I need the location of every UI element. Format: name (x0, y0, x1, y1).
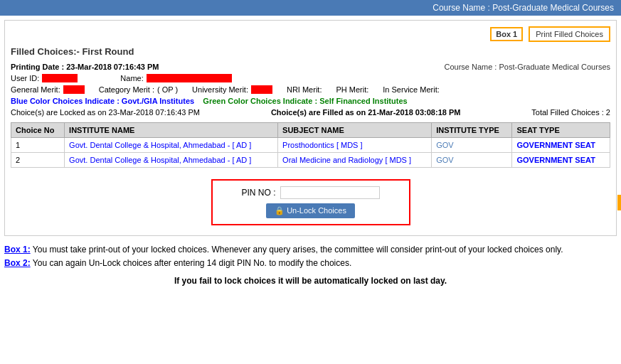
name-item: Name: (120, 74, 231, 82)
university-merit-value (251, 85, 272, 94)
col-institute-type: INSTITUTE TYPE (432, 123, 512, 138)
university-merit-label: University Merit: (192, 85, 248, 94)
color-legend: Blue Color Choices Indicate : Govt./GIA … (11, 97, 610, 105)
cell-choice-no: 2 (11, 153, 65, 168)
category-merit-label: Category Merit : (99, 85, 154, 94)
cell-institute-name: Govt. Dental College & Hospital, Ahmedab… (65, 138, 278, 153)
lock-info-2: Choice(s) are Filled as on 21-Mar-2018 0… (271, 108, 461, 117)
userid-item: User ID: (11, 74, 78, 82)
printing-date: Printing Date : 23-Mar-2018 07:16:43 PM (11, 63, 159, 71)
instruction-box2: Box 2: You can again Un-Lock choices aft… (4, 257, 617, 270)
category-merit-val: ( OP ) (157, 85, 178, 94)
info-row-merits: General Merit: Category Merit : ( OP ) U… (11, 85, 610, 94)
blue-legend: Blue Color Choices Indicate : Govt./GIA … (11, 97, 194, 105)
cell-subject-name: Oral Medicine and Radiology [ MDS ] (278, 153, 432, 168)
in-service-merit-label: In Service Merit: (383, 85, 439, 94)
col-subject-name: SUBJECT NAME (278, 123, 432, 138)
col-choice-no: Choice No (11, 123, 65, 138)
pin-row: PIN NO : (241, 186, 379, 199)
info-row-printing: Printing Date : 23-Mar-2018 07:16:43 PM … (11, 63, 610, 71)
general-merit-item: General Merit: (11, 85, 85, 94)
cell-institute-type: GOV (432, 138, 512, 153)
name-label: Name: (120, 74, 143, 82)
box1-ref: Box 1: (4, 245, 31, 255)
in-service-merit-item: In Service Merit: (383, 85, 439, 94)
cell-seat-type: GOVERNMENT SEAT (512, 153, 610, 168)
table-row: 2Govt. Dental College & Hospital, Ahmeda… (11, 153, 610, 168)
general-merit-label: General Merit: (11, 85, 60, 94)
panel-header-row: Box 1 Print Filled Choices (11, 26, 610, 42)
col-seat-type: SEAT TYPE (512, 123, 610, 138)
last-line: If you fail to lock choices it will be a… (4, 274, 617, 288)
total-filled: Total Filled Choices : 2 (531, 108, 610, 117)
ph-merit-item: PH Merit: (336, 85, 368, 94)
cell-institute-name: Govt. Dental College & Hospital, Ahmedab… (65, 153, 278, 168)
cell-choice-no: 1 (11, 138, 65, 153)
lock-info-row: Choice(s) are Locked as on 23-Mar-2018 0… (11, 108, 610, 117)
box1-instruction-text: You must take print-out of your locked c… (33, 245, 563, 255)
main-panel: Box 1 Print Filled Choices Filled Choice… (4, 20, 617, 236)
course-name-top: Course Name : Post-Graduate Medical Cour… (432, 3, 614, 13)
course-name-right: Course Name : Post-Graduate Medical Cour… (444, 63, 610, 71)
ph-merit-label: PH Merit: (336, 85, 368, 94)
print-filled-choices-button[interactable]: Print Filled Choices (529, 26, 610, 42)
top-bar: Course Name : Post-Graduate Medical Cour… (0, 0, 621, 16)
choices-table: Choice No INSTITUTE NAME SUBJECT NAME IN… (11, 122, 610, 168)
table-header-row: Choice No INSTITUTE NAME SUBJECT NAME IN… (11, 123, 610, 138)
cell-institute-type: GOV (432, 153, 512, 168)
filled-choices-title: Filled Choices:- First Round (11, 46, 610, 57)
nri-merit-label: NRI Merit: (287, 85, 322, 94)
name-value-redacted (147, 74, 232, 82)
lock-info-1: Choice(s) are Locked as on 23-Mar-2018 0… (11, 108, 200, 117)
info-row-userid: User ID: Name: (11, 74, 610, 82)
pin-input[interactable] (280, 186, 380, 199)
userid-value-redacted (42, 74, 78, 82)
cell-seat-type: GOVERNMENT SEAT (512, 138, 610, 153)
green-legend: Green Color Choices Indicate : Self Fina… (203, 97, 407, 105)
cell-subject-name: Prosthodontics [ MDS ] (278, 138, 432, 153)
instructions: Box 1: You must take print-out of your l… (4, 243, 617, 289)
box2-instruction-text: You can again Un-Lock choices after ente… (33, 258, 351, 268)
instruction-box1: Box 1: You must take print-out of your l… (4, 243, 617, 257)
col-institute-name: INSTITUTE NAME (65, 123, 278, 138)
box1-label: Box 1 (490, 27, 523, 41)
table-row: 1Govt. Dental College & Hospital, Ahmeda… (11, 138, 610, 153)
general-merit-value (63, 85, 85, 94)
nri-merit-item: NRI Merit: (287, 85, 322, 94)
pin-section: PIN NO : 🔒 Un-Lock Choices (211, 179, 410, 225)
userid-label: User ID: (11, 74, 39, 82)
box2-label: Box 2 (617, 195, 621, 210)
pin-container: PIN NO : 🔒 Un-Lock Choices Box 2 (11, 175, 610, 230)
pin-label: PIN NO : (241, 188, 275, 198)
box2-ref: Box 2: (4, 258, 31, 268)
category-merit-item: Category Merit : ( OP ) (99, 85, 178, 94)
unlock-choices-button[interactable]: 🔒 Un-Lock Choices (266, 203, 355, 218)
university-merit-item: University Merit: (192, 85, 272, 94)
